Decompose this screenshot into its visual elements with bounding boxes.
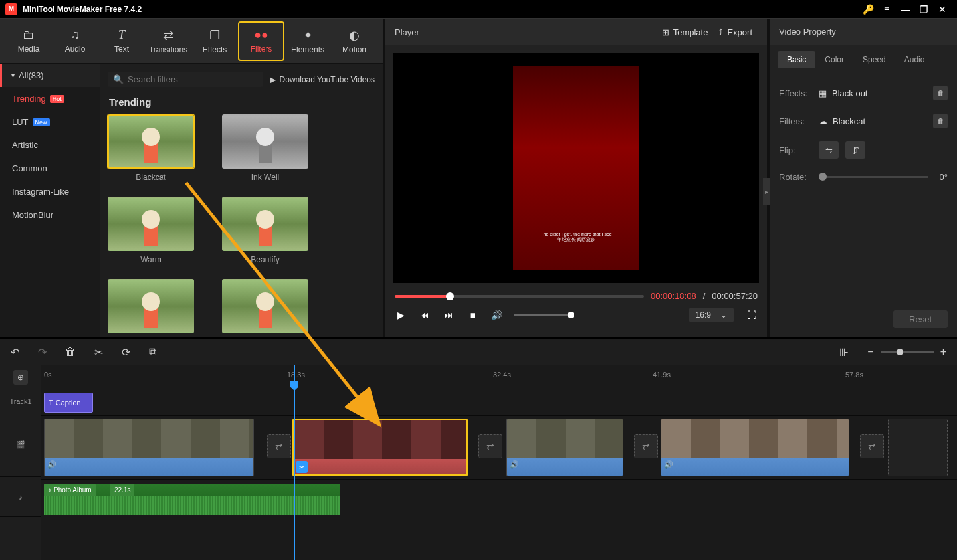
crop-button[interactable]: ⧉ [149,346,156,358]
preview-frame: The older I get, the more that I see年纪愈长… [513,66,639,270]
prop-tab-basic[interactable]: Basic [778,51,815,68]
prop-tab-speed[interactable]: Speed [853,51,895,68]
rotate-slider[interactable] [819,176,928,178]
search-input[interactable] [128,74,207,84]
reset-button[interactable]: Reset [893,310,948,328]
transitions-icon: ⇄ [163,28,173,43]
undo-button[interactable]: ↶ [11,346,19,359]
filter-beautify[interactable]: Beautify [222,197,308,264]
filter-kevin[interactable]: Kevin [108,279,194,337]
audio-track-icon: ♪ [0,477,41,517]
badge-new: New [33,118,50,126]
rotate-label: Rotate: [779,172,812,182]
tab-motion[interactable]: ◐Motion [331,21,377,61]
split-button[interactable]: ✂ [94,346,103,359]
filters-label: Filters: [779,116,812,126]
rotate-value: 0° [940,172,948,182]
filter-grid-panel: 🔍 ▶Download YouTube Videos Trending Blac… [100,64,383,337]
category-common[interactable]: Common [0,157,100,180]
speed-button[interactable]: ⟳ [122,346,130,359]
filter-blackcat[interactable]: Blackcat [108,114,194,182]
timeline-ruler[interactable]: 0s 18.3s 32.4s 41.9s 57.8s [41,365,957,389]
download-youtube-link[interactable]: ▶Download YouTube Videos [270,75,375,84]
category-motionblur[interactable]: MotionBlur [0,203,100,227]
transition-slot-4[interactable]: ⇄ [860,434,884,458]
license-key-icon[interactable]: 🔑 [859,0,877,19]
zoom-slider[interactable] [881,351,934,353]
flip-vertical-button[interactable]: ⇵ [845,141,865,159]
export-button[interactable]: ⤴Export [713,25,758,40]
effects-value: Black out [832,88,867,98]
template-button[interactable]: ⊞Template [657,25,714,40]
close-icon[interactable]: ✕ [933,0,952,19]
prop-tab-audio[interactable]: Audio [895,51,934,68]
prev-button[interactable]: ⏮ [419,310,431,320]
transition-slot-1[interactable]: ⇄ [267,434,291,458]
video-clip-4[interactable] [661,419,849,476]
motion-icon: ◐ [349,28,360,43]
player-panel: Player ⊞Template ⤴Export The older I get… [385,19,770,337]
aspect-ratio-select[interactable]: 16:9⌄ [689,308,734,322]
video-track[interactable]: ⇄ ✂ ⇄ ⇄ ⇄ [41,416,957,480]
caption-clip[interactable]: TCaption [44,393,93,413]
filters-icon: ●● [254,28,268,42]
category-trending[interactable]: TrendingHot [0,87,100,110]
tab-filters[interactable]: ●●Filters [238,21,284,61]
tab-media[interactable]: 🗀Media [5,21,52,61]
export-icon: ⤴ [718,27,723,37]
audio-track[interactable]: ♪Photo Album 22.1s [41,480,957,519]
delete-filter-button[interactable]: 🗑 [933,114,948,128]
tab-audio[interactable]: ♫Audio [52,21,98,61]
maximize-icon[interactable]: ❐ [914,0,933,19]
zoom-in-button[interactable]: + [940,346,946,358]
caption-track[interactable]: TCaption [41,389,957,416]
delete-button[interactable]: 🗑 [65,346,76,358]
volume-icon[interactable]: 🔊 [490,310,502,320]
add-track-button[interactable]: ⊕ [13,370,28,385]
audio-clip-icon: ♪ [48,486,51,494]
video-clip-2-selected[interactable]: ✂ [292,419,468,476]
play-button[interactable]: ▶ [395,310,407,320]
effects-icon: ❐ [209,28,220,43]
prop-tab-color[interactable]: Color [815,51,853,68]
fit-button[interactable]: ⊪ [839,346,849,359]
video-clip-3[interactable] [506,419,623,476]
stop-button[interactable]: ■ [467,310,478,320]
category-instagram[interactable]: Instagram-Like [0,180,100,203]
tab-transitions[interactable]: ⇄Transitions [145,21,191,61]
delete-effect-button[interactable]: 🗑 [933,86,948,100]
seek-bar[interactable] [395,295,644,298]
filter-inkwell[interactable]: Ink Well [222,114,308,182]
filter-warm[interactable]: Warm [108,197,194,264]
zoom-out-button[interactable]: − [867,346,873,358]
menu-icon[interactable]: ≡ [877,0,896,19]
redo-button[interactable]: ↷ [38,346,47,359]
effects-label: Effects: [779,88,812,98]
elements-icon: ✦ [303,28,313,43]
transition-slot-2[interactable]: ⇄ [478,434,502,458]
volume-slider[interactable] [514,314,574,316]
add-clip-slot[interactable] [888,419,948,476]
filter-lark[interactable]: Lark [222,279,308,337]
youtube-icon: ▶ [270,75,276,84]
tab-effects[interactable]: ❐Effects [191,21,238,61]
video-clip-1[interactable] [44,419,254,476]
fullscreen-button[interactable]: ⛶ [746,310,758,320]
search-box[interactable]: 🔍 [108,72,263,87]
flip-horizontal-button[interactable]: ⇋ [819,141,839,159]
search-icon: 🔍 [113,74,124,84]
audio-clip[interactable]: ♪Photo Album 22.1s [44,484,340,515]
timeline-toolbar: ↶ ↷ 🗑 ✂ ⟳ ⧉ ⊪ − + [0,337,957,365]
category-all[interactable]: All(83) [0,64,100,87]
minimize-icon[interactable]: — [896,0,914,19]
category-lut[interactable]: LUTNew [0,110,100,134]
transition-slot-3[interactable]: ⇄ [634,434,658,458]
playhead[interactable] [294,365,295,560]
category-artistic[interactable]: Artistic [0,134,100,157]
tab-elements[interactable]: ✦Elements [284,21,331,61]
collapse-handle[interactable]: ▸ [763,178,770,205]
badge-hot: Hot [50,95,64,103]
track1-label: Track1 [0,389,41,413]
tab-text[interactable]: TText [98,21,145,61]
next-button[interactable]: ⏭ [443,310,455,320]
